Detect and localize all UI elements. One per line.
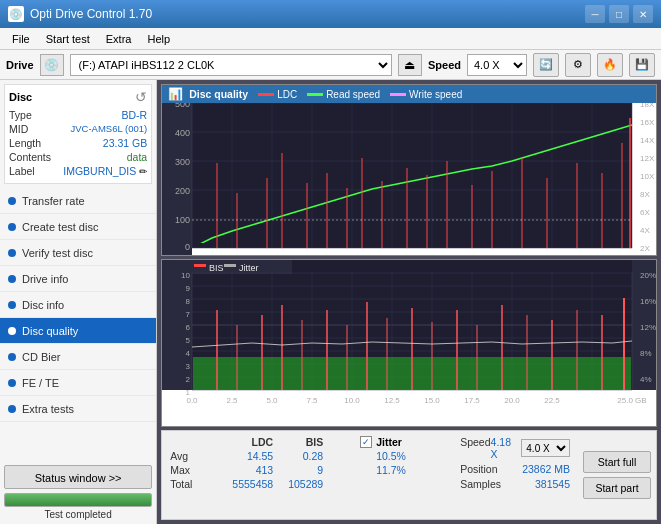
max-label: Max: [170, 464, 208, 476]
menu-file[interactable]: File: [4, 31, 38, 47]
bottom-chart-svg: BIS Jitter: [162, 260, 656, 426]
svg-text:500: 500: [175, 103, 190, 109]
svg-text:20.0: 20.0: [504, 396, 520, 405]
disc-length-row: Length 23.31 GB: [9, 137, 147, 149]
disc-panel: Disc ↺ Type BD-R MID JVC-AMS6L (001) Len…: [4, 84, 152, 184]
svg-text:6X: 6X: [640, 208, 650, 217]
svg-text:12X: 12X: [640, 154, 655, 163]
nav-list: Transfer rate Create test disc Verify te…: [0, 188, 156, 422]
drive-icon[interactable]: 💿: [40, 54, 64, 76]
legend-ldc-label: LDC: [277, 89, 297, 100]
jitter-label: Jitter: [376, 436, 402, 448]
disc-contents-value: data: [127, 151, 147, 163]
menu-extra[interactable]: Extra: [98, 31, 140, 47]
sidebar-item-drive-info[interactable]: Drive info: [0, 266, 156, 292]
svg-text:0: 0: [185, 242, 190, 252]
jitter-section: ✓ Jitter 10.5% 11.7%: [352, 431, 452, 519]
sidebar-item-cd-bier[interactable]: CD Bier: [0, 344, 156, 370]
disc-type-row: Type BD-R: [9, 109, 147, 121]
top-chart-title: Disc quality: [189, 88, 248, 100]
svg-text:5.0: 5.0: [267, 254, 279, 255]
disc-type-label: Type: [9, 109, 32, 121]
sidebar-progress-bar: [4, 493, 152, 507]
speed-select[interactable]: 4.0 X: [467, 54, 527, 76]
bottom-chart-panel: BIS Jitter: [161, 259, 657, 427]
max-jitter: 11.7%: [376, 464, 406, 476]
total-ldc: 5555458: [208, 478, 273, 490]
svg-text:9: 9: [186, 284, 191, 293]
menu-bar: File Start test Extra Help: [0, 28, 661, 50]
disc-label-label: Label: [9, 165, 35, 177]
status-window-button[interactable]: Status window >>: [4, 465, 152, 489]
maximize-button[interactable]: □: [609, 5, 629, 23]
svg-text:0.0: 0.0: [187, 396, 199, 405]
disc-length-label: Length: [9, 137, 41, 149]
nav-label-drive-info: Drive info: [22, 273, 68, 285]
disc-label-row: Label IMGBURN_DIS ✏: [9, 165, 147, 177]
menu-start-test[interactable]: Start test: [38, 31, 98, 47]
sidebar-item-extra-tests[interactable]: Extra tests: [0, 396, 156, 422]
settings-button[interactable]: ⚙: [565, 53, 591, 77]
stats-table-section: LDC BIS Avg 14.55 0.28 Max 413 9 Total 5…: [162, 431, 352, 519]
nav-label-extra-tests: Extra tests: [22, 403, 74, 415]
nav-label-disc-quality: Disc quality: [22, 325, 78, 337]
status-section: Status window >> Test completed: [0, 461, 156, 524]
svg-text:7.5: 7.5: [307, 396, 319, 405]
disc-mid-value: JVC-AMS6L (001): [70, 123, 147, 135]
avg-ldc: 14.55: [208, 450, 273, 462]
total-label: Total: [170, 478, 208, 490]
svg-text:20%: 20%: [640, 271, 656, 280]
legend-write-color: [390, 93, 406, 96]
start-part-button[interactable]: Start part: [583, 477, 651, 499]
nav-dot: [8, 353, 16, 361]
avg-bis: 0.28: [273, 450, 323, 462]
sidebar-item-transfer-rate[interactable]: Transfer rate: [0, 188, 156, 214]
svg-text:10: 10: [181, 271, 190, 280]
svg-text:16X: 16X: [640, 118, 655, 127]
svg-text:18X: 18X: [640, 103, 655, 109]
max-ldc: 413: [208, 464, 273, 476]
svg-text:7.5: 7.5: [307, 254, 319, 255]
sidebar-item-disc-quality[interactable]: Disc quality: [0, 318, 156, 344]
refresh-button[interactable]: 🔄: [533, 53, 559, 77]
stats-empty: [170, 436, 208, 448]
sidebar-item-disc-info[interactable]: Disc info: [0, 292, 156, 318]
minimize-button[interactable]: ─: [585, 5, 605, 23]
disc-edit-icon[interactable]: ✏: [139, 166, 147, 177]
start-full-button[interactable]: Start full: [583, 451, 651, 473]
svg-text:2.5: 2.5: [227, 396, 239, 405]
ldc-header: LDC: [208, 436, 273, 448]
svg-text:8: 8: [186, 297, 191, 306]
legend-ldc: LDC: [258, 89, 297, 100]
svg-text:15.0: 15.0: [424, 254, 440, 255]
svg-text:2.5: 2.5: [227, 254, 239, 255]
sidebar-item-verify-test-disc[interactable]: Verify test disc: [0, 240, 156, 266]
svg-text:5.0: 5.0: [267, 396, 279, 405]
svg-text:6: 6: [186, 323, 191, 332]
svg-text:22.5: 22.5: [544, 254, 560, 255]
nav-dot: [8, 379, 16, 387]
close-button[interactable]: ✕: [633, 5, 653, 23]
sidebar-item-fe-te[interactable]: FE / TE: [0, 370, 156, 396]
eject-button[interactable]: ⏏: [398, 54, 422, 76]
sidebar-item-create-test-disc[interactable]: Create test disc: [0, 214, 156, 240]
disc-length-value: 23.31 GB: [103, 137, 147, 149]
drive-select[interactable]: (F:) ATAPI iHBS112 2 CL0K: [70, 54, 392, 76]
stats-row: LDC BIS Avg 14.55 0.28 Max 413 9 Total 5…: [161, 430, 657, 520]
burn-button[interactable]: 🔥: [597, 53, 623, 77]
legend-read-label: Read speed: [326, 89, 380, 100]
app-icon: 💿: [8, 6, 24, 22]
save-button[interactable]: 💾: [629, 53, 655, 77]
svg-text:2: 2: [186, 375, 191, 384]
top-chart-body: 500 400 300 200 100 0 18X 16X 14X 12X 10…: [162, 103, 656, 255]
top-chart-legend: LDC Read speed Write speed: [258, 89, 462, 100]
disc-refresh-icon[interactable]: ↺: [135, 89, 147, 105]
top-chart-panel: 📊 Disc quality LDC Read speed Write spee…: [161, 84, 657, 256]
speed-info-select[interactable]: 4.0 X: [521, 439, 570, 457]
jitter-checkbox[interactable]: ✓: [360, 436, 372, 448]
svg-text:200: 200: [175, 186, 190, 196]
menu-help[interactable]: Help: [139, 31, 178, 47]
svg-text:16%: 16%: [640, 297, 656, 306]
nav-dot: [8, 275, 16, 283]
action-buttons: Start full Start part: [578, 431, 656, 519]
